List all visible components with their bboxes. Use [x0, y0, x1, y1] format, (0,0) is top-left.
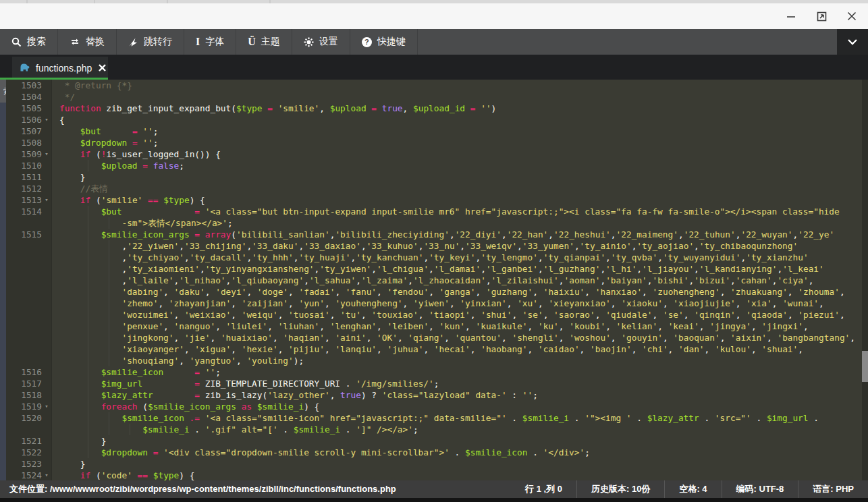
language-mode[interactable]: 语言: PHP: [798, 480, 868, 498]
code-row[interactable]: {: [59, 114, 862, 125]
code-editor[interactable]: 1503150415051506▾150715081509▾1510151115…: [6, 80, 862, 480]
line-number[interactable]: 1518: [6, 389, 51, 401]
code-row[interactable]: $smilie_i . '.gif" alt="[' . $smilie_i .…: [59, 424, 862, 435]
gutter[interactable]: 1503150415051506▾150715081509▾1510151115…: [6, 80, 52, 480]
code-row[interactable]: 'jingkong', 'jie', 'huaixiao', 'haqian',…: [59, 332, 862, 343]
line-number[interactable]: 1516: [6, 366, 51, 378]
line-number[interactable]: [6, 424, 51, 435]
line-number[interactable]: 1513▾: [6, 194, 51, 206]
code-row[interactable]: 'xiaoyanger', 'xigua', 'hexie', 'pijiu',…: [59, 343, 862, 355]
code-row[interactable]: $but = '';: [59, 125, 862, 137]
window-titlebar: [0, 3, 868, 29]
encoding[interactable]: 编码: UTF-8: [722, 480, 798, 498]
cursor-position: 行 1 ,列 0: [511, 480, 576, 498]
line-number[interactable]: 1520: [6, 412, 51, 424]
editor-scrollbar[interactable]: [862, 80, 868, 480]
code-row[interactable]: if (!is_user_logged_in()) {: [59, 148, 862, 160]
line-number[interactable]: 1522: [6, 447, 51, 458]
line-number[interactable]: 1506▾: [6, 114, 51, 125]
side-rail: [0, 80, 6, 480]
line-number[interactable]: [6, 298, 51, 309]
settings-button[interactable]: 设置: [292, 29, 350, 55]
minimize-icon[interactable]: [786, 11, 796, 22]
code-row[interactable]: $but = '<a class="but btn-input-expand i…: [59, 206, 862, 217]
code-row[interactable]: }: [59, 171, 862, 183]
line-number[interactable]: 1512: [6, 183, 51, 194]
line-number[interactable]: [6, 275, 51, 286]
line-number[interactable]: [6, 343, 51, 355]
replace-button[interactable]: 替换: [58, 29, 117, 55]
line-number[interactable]: 1505: [6, 103, 51, 114]
code-row[interactable]: $dropdown = '<div class="dropdown-smilie…: [59, 447, 862, 458]
line-number[interactable]: [6, 332, 51, 343]
line-number[interactable]: [6, 217, 51, 229]
line-number[interactable]: 1514: [6, 206, 51, 217]
code-row[interactable]: 'penxue', 'nanguo', 'liulei', 'liuhan', …: [59, 320, 862, 332]
line-number[interactable]: [6, 355, 51, 366]
code-row[interactable]: if ('smilie' == $type) {: [59, 194, 862, 206]
line-number[interactable]: 1519▾: [6, 401, 51, 412]
line-number[interactable]: 1521: [6, 435, 51, 447]
code-row[interactable]: ,'l_laile','l_nihao','l_qiubaoyang','l_s…: [59, 275, 862, 286]
code-row[interactable]: * @return {*}: [59, 80, 862, 91]
line-number[interactable]: 1524▾: [6, 470, 51, 480]
tab-label: functions.php: [36, 63, 92, 74]
shortcuts-icon: ?: [362, 37, 372, 47]
theme-icon: Ü: [248, 36, 256, 47]
code-row[interactable]: $smilie_icon .= '<a class="smilie-icon" …: [59, 412, 862, 424]
code-row[interactable]: */: [59, 91, 862, 103]
code-row[interactable]: -sm">表情</span></a>';: [59, 217, 862, 229]
code-row[interactable]: 'zhemo', 'zhayanjian', 'zaijian', 'yun',…: [59, 298, 862, 309]
line-number[interactable]: 1503: [6, 80, 51, 91]
editor-toolbar: 搜索 替换 跳转行 I 字体 Ü 主题 设置 ? 快捷键: [0, 29, 868, 55]
code-row[interactable]: 'dabing', 'daku', 'deyi', 'doge', 'fadai…: [59, 286, 862, 298]
line-number[interactable]: 1517: [6, 378, 51, 389]
code-row[interactable]: 'shouqiang', 'yangtuo', 'youling');: [59, 355, 862, 366]
replace-icon: [70, 37, 80, 47]
line-number[interactable]: [6, 309, 51, 320]
line-number[interactable]: 1509▾: [6, 148, 51, 160]
line-number[interactable]: [6, 286, 51, 298]
tab-close-icon[interactable]: [99, 63, 106, 74]
scrollbar-thumb[interactable]: [862, 351, 868, 382]
code-row[interactable]: 'wozuimei', 'weixiao', 'weiqu', 'tuosai'…: [59, 309, 862, 320]
line-number[interactable]: 1523: [6, 458, 51, 470]
line-number[interactable]: 1511: [6, 171, 51, 183]
line-number[interactable]: 1508: [6, 137, 51, 148]
code-row[interactable]: $smilie_icon_args = array('bilibili_sanl…: [59, 229, 862, 240]
code-row[interactable]: $dropdown = '';: [59, 137, 862, 148]
code-row[interactable]: $smilie_icon = '';: [59, 366, 862, 378]
maximize-icon[interactable]: [816, 11, 827, 22]
code-row[interactable]: $upload = false;: [59, 160, 862, 171]
font-button[interactable]: I 字体: [184, 29, 236, 55]
close-window-icon[interactable]: [846, 11, 857, 22]
code-row[interactable]: ,'22_yiwen','33_chijing','33_daku','33_d…: [59, 240, 862, 252]
line-number[interactable]: 1507: [6, 125, 51, 137]
line-number[interactable]: 1510: [6, 160, 51, 171]
code-row[interactable]: //表情: [59, 183, 862, 194]
code-row[interactable]: function zib_get_input_expand_but($type …: [59, 103, 862, 114]
tab-functions-php[interactable]: functions.php: [12, 57, 108, 80]
code-row[interactable]: foreach ($smilie_icon_args as $smilie_i)…: [59, 401, 862, 412]
code-row[interactable]: }: [59, 458, 862, 470]
line-number[interactable]: [6, 263, 51, 275]
code-row[interactable]: if ('code' == $type) {: [59, 470, 862, 480]
line-number[interactable]: [6, 240, 51, 252]
code-row[interactable]: }: [59, 435, 862, 447]
code-row[interactable]: ,'ty_chiyao','ty_dacall','ty_hhh','ty_hu…: [59, 252, 862, 263]
code-lines[interactable]: * @return {*} */function zib_get_input_e…: [52, 80, 862, 480]
indent-spaces[interactable]: 空格: 4: [664, 480, 721, 498]
code-row[interactable]: $lazy_attr = zib_is_lazy('lazy_other', t…: [59, 389, 862, 401]
shortcuts-button[interactable]: ? 快捷键: [350, 29, 418, 55]
code-row[interactable]: ,'ty_xiaomieni','ty_yinyangxiansheng','t…: [59, 263, 862, 275]
goto-line-button[interactable]: 跳转行: [117, 29, 184, 55]
code-row[interactable]: $img_url = ZIB_TEMPLATE_DIRECTORY_URI . …: [59, 378, 862, 389]
line-number[interactable]: 1504: [6, 91, 51, 103]
toolbar-overflow-button[interactable]: [837, 29, 868, 55]
line-number[interactable]: [6, 320, 51, 332]
line-number[interactable]: [6, 252, 51, 263]
history-versions[interactable]: 历史版本: 10份: [576, 480, 664, 498]
search-button[interactable]: 搜索: [0, 29, 58, 55]
line-number[interactable]: 1515: [6, 229, 51, 240]
theme-button[interactable]: Ü 主题: [236, 29, 292, 55]
